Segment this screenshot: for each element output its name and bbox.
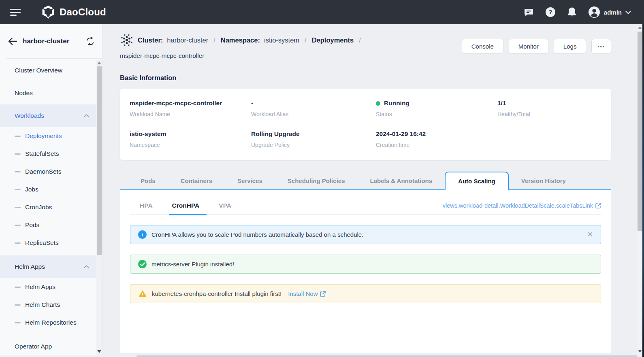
back-arrow-icon[interactable] (8, 38, 17, 45)
cluster-dots-icon (120, 33, 134, 47)
brand-name: DaoCloud (60, 6, 106, 18)
basic-information-card: mspider-mcpc-mcpc-controller Workload Na… (120, 89, 611, 160)
close-icon[interactable]: ✕ (587, 231, 593, 238)
sidebar-item-helm-charts[interactable]: Helm Charts (0, 296, 96, 314)
header-actions: ? admin (524, 6, 631, 18)
sidebar-item-jobs[interactable]: Jobs (0, 181, 96, 198)
cluster-title: harbor-cluster (23, 37, 86, 45)
menu-icon[interactable] (10, 7, 21, 17)
auto-scaling-panel: HPA CronHPA VPA views.workload-detail.Wo… (120, 190, 611, 353)
sidebar-item-helm-apps[interactable]: Helm Apps (0, 278, 96, 296)
warning-alert-text: kubernetes-cronhpa-controller Install pl… (152, 290, 281, 297)
notifications-bell-icon[interactable] (567, 7, 577, 17)
field-namespace: istio-system Namespace (130, 130, 251, 148)
divider (6, 58, 102, 59)
switch-cluster-icon[interactable] (86, 37, 95, 45)
scale-subtabs: HPA CronHPA VPA views.workload-detail.Wo… (130, 197, 601, 215)
avatar (588, 6, 600, 18)
dash-icon (15, 136, 21, 137)
sidebar: harbor-cluster Cluster Overview Nodes Wo… (0, 24, 102, 355)
tab-scheduling-policies[interactable]: Scheduling Policies (275, 172, 358, 189)
messages-icon[interactable] (524, 7, 534, 17)
sidebar-item-cronjobs[interactable]: CronJobs (0, 198, 96, 216)
success-alert-text: metrics-server Plugin installed! (151, 261, 234, 268)
dash-icon (15, 322, 21, 323)
field-creation-time: 2024-01-29 16:42 Creation time (376, 130, 497, 148)
dash-icon (15, 189, 21, 190)
subtab-hpa[interactable]: HPA (130, 197, 162, 215)
user-menu[interactable]: admin (588, 6, 631, 18)
dash-icon (15, 287, 21, 288)
basic-information-title: Basic Information (120, 74, 611, 82)
sidebar-group-workloads[interactable]: Workloads (0, 104, 96, 127)
tab-version-history[interactable]: Version History (509, 172, 578, 189)
breadcrumb-cluster-label: Cluster: (138, 36, 163, 44)
help-icon[interactable]: ? (545, 7, 556, 17)
console-button[interactable]: Console (462, 39, 503, 54)
field-upgrade-policy: Rolling Upgrade Upgrade Policy (251, 130, 376, 148)
scale-tabs-link[interactable]: views.workload-detail.WorkloadDetailScal… (443, 202, 601, 209)
scrollbar-thumb[interactable] (97, 66, 102, 255)
cronhpa-info-alert: i CronHPA allows you to scale Pod number… (130, 225, 601, 244)
tab-auto-scaling[interactable]: Auto Scaling (445, 172, 509, 190)
subtab-cronhpa[interactable]: CronHPA (162, 197, 209, 215)
sidebar-item-daemonsets[interactable]: DaemonSets (0, 163, 96, 181)
sidebar-header: harbor-cluster (0, 24, 102, 58)
tab-pods[interactable]: Pods (128, 172, 168, 189)
tab-containers[interactable]: Containers (168, 172, 225, 189)
dash-icon (15, 207, 21, 208)
dash-icon (15, 225, 21, 226)
breadcrumb-cluster-value[interactable]: harbor-cluster (167, 36, 208, 44)
page-scrollbar[interactable] (637, 25, 642, 355)
app-header: DaoCloud ? admin (0, 0, 644, 24)
breadcrumb-namespace-value[interactable]: istio-system (264, 36, 299, 44)
sidebar-item-cluster-overview[interactable]: Cluster Overview (0, 59, 96, 82)
sidebar-item-deployments[interactable]: Deployments (0, 127, 96, 145)
field-workload-alias: - Workload Alias (251, 100, 376, 117)
tab-labels-annotations[interactable]: Labels & Annotations (357, 172, 445, 189)
sidebar-group-helm-apps[interactable]: Helm Apps (0, 255, 96, 278)
warning-triangle-icon (138, 290, 147, 298)
field-healthy-total: 1/1 Healthy/Total (497, 100, 601, 117)
status-badge: Running (384, 100, 409, 107)
subtab-vpa[interactable]: VPA (209, 197, 241, 215)
install-now-link[interactable]: Install Now (288, 290, 325, 297)
external-link-icon (595, 203, 601, 208)
sidebar-nav: Cluster Overview Nodes Workloads Deploym… (0, 59, 96, 355)
breadcrumb: Cluster: harbor-cluster / Namespace: ist… (120, 33, 362, 60)
scroll-down-icon[interactable] (638, 350, 642, 353)
chevron-down-icon (625, 11, 631, 14)
chevron-up-icon (84, 114, 89, 117)
dash-icon (15, 242, 21, 244)
sidebar-item-statefulsets[interactable]: StatefulSets (0, 145, 96, 163)
more-actions-button[interactable]: ••• (591, 39, 611, 54)
breadcrumb-namespace-label: Namespace: (221, 36, 260, 44)
window-right-edge (642, 0, 644, 357)
scroll-down-icon[interactable] (97, 350, 101, 353)
chevron-up-icon (84, 265, 89, 268)
scrollbar-thumb[interactable] (638, 32, 642, 231)
sidebar-item-replicasets[interactable]: ReplicaSets (0, 234, 96, 252)
info-icon: i (138, 230, 147, 239)
logs-button[interactable]: Logs (554, 39, 586, 54)
breadcrumb-resource: mspider-mcpc-mcpc-controller (120, 52, 362, 60)
field-empty (497, 130, 601, 148)
scroll-up-icon[interactable] (97, 62, 101, 64)
tab-services[interactable]: Services (225, 172, 275, 189)
metrics-server-success-alert: metrics-server Plugin installed! (130, 255, 601, 274)
sidebar-item-pods[interactable]: Pods (0, 216, 96, 234)
username: admin (604, 9, 622, 16)
window-bottom-edge (0, 355, 637, 357)
daocloud-logo-icon (41, 5, 55, 19)
sidebar-item-nodes[interactable]: Nodes (0, 82, 96, 104)
scroll-up-icon[interactable] (638, 26, 642, 29)
status-running-dot (376, 101, 380, 106)
sidebar-item-helm-repositories[interactable]: Helm Repositories (0, 314, 96, 332)
monitor-button[interactable]: Monitor (509, 39, 548, 54)
field-workload-name: mspider-mcpc-mcpc-controller Workload Na… (130, 100, 251, 117)
sidebar-scrollbar[interactable] (96, 60, 102, 355)
cronhpa-plugin-warning-alert: kubernetes-cronhpa-controller Install pl… (130, 284, 601, 303)
sidebar-group-operator-app[interactable]: Operator App (0, 335, 96, 355)
brand-logo[interactable]: DaoCloud (41, 5, 106, 19)
breadcrumb-section[interactable]: Deployments (312, 36, 354, 44)
